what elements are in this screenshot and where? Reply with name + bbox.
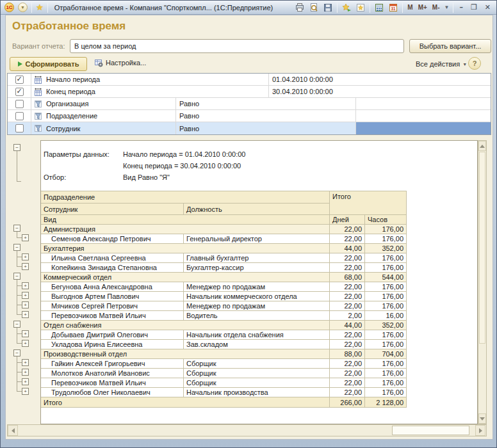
main-menu-button[interactable]: ▼ [18,3,28,12]
expand-button[interactable]: + [22,369,29,376]
employee-name: Молотков Анатолий Ивановис [41,369,184,378]
filter-value[interactable] [356,110,491,122]
filter-name: Начало периода [46,76,100,83]
expand-button[interactable]: + [22,330,29,337]
toolbar-more-icon[interactable]: ▼ [444,4,449,10]
collapse-button[interactable]: − [13,144,20,151]
print-preview-icon[interactable] [309,3,319,13]
1c-logo-icon[interactable]: 1С [4,3,14,12]
generate-button[interactable]: Сформировать [10,57,87,71]
checkbox[interactable] [15,88,24,96]
hours-value: 176,00 [365,378,407,388]
filter-row-period-start[interactable]: Начало периода 01.04.2010 0:00:00 [8,74,491,86]
app-window: 1С ▼ ★ Отработанное время - Компания "Сп… [0,0,497,448]
expand-button[interactable]: + [22,292,29,299]
collapse-button[interactable]: − [13,321,20,328]
filter-condition[interactable]: Равно [176,122,356,134]
hours-value: 176,00 [365,359,407,369]
days-value: 2,00 [330,311,365,321]
memory-recall-button[interactable]: M [407,4,413,11]
days-value: 22,00 [330,282,365,292]
calendar-icon[interactable]: 31 [388,3,398,13]
col-header-kind: Вид [41,215,330,225]
add-favorite-icon[interactable] [341,3,352,13]
expand-button[interactable]: + [22,378,29,385]
filter-value[interactable]: 01.04.2010 0:00:00 [269,74,491,85]
variant-input[interactable] [70,39,404,53]
report-content: Параметры данных: Начало периода = 01.04… [40,140,478,424]
tree-line [17,151,17,181]
filter-condition[interactable]: Равно [176,110,356,122]
collapse-button[interactable]: − [13,244,20,251]
report-employee-row: Молотков Анатолий ИвановисСборщик22,0017… [41,369,407,378]
filter-row-department[interactable]: Подразделение Равно [8,110,491,122]
checkbox[interactable] [15,112,24,120]
horizontal-scrollbar[interactable] [7,424,487,436]
hours-value: 176,00 [365,388,407,397]
expand-button[interactable]: + [22,301,29,308]
vertical-scrollbar[interactable] [478,140,487,424]
calculator-icon[interactable] [374,3,384,13]
save-icon[interactable] [323,3,333,13]
close-button[interactable]: ✕ [483,3,493,13]
filter-value-focused[interactable] [356,122,491,134]
expand-button[interactable]: + [22,253,29,260]
checkbox[interactable] [15,76,24,84]
separator [31,3,32,13]
memory-subtract-button[interactable]: M- [432,4,441,11]
favorites-star-icon[interactable]: ★ [36,3,44,12]
selection-label: Отбор: [44,173,123,181]
expand-button[interactable]: + [22,388,29,395]
memory-add-button[interactable]: M+ [418,4,428,11]
scroll-up-button[interactable] [478,141,486,151]
horizontal-scroll-thumb[interactable] [392,426,469,435]
minimize-button[interactable]: – [457,3,465,13]
params-line1: Начало периода = 01.04.2010 0:00:00 [123,150,245,158]
employee-position: Сборщик [184,369,330,378]
expand-button[interactable]: + [22,282,29,289]
checkbox-cell[interactable] [8,98,31,109]
filter-row-organization[interactable]: Организация Равно [8,98,491,110]
svg-text:31: 31 [391,6,396,11]
scroll-left-button[interactable] [8,425,18,436]
maximize-button[interactable]: ❒ [469,3,479,13]
checkbox-cell[interactable] [8,110,31,122]
days-value: 22,00 [330,330,365,340]
separator [453,3,453,13]
expand-button[interactable]: + [22,234,29,241]
days-value: 22,00 [330,234,365,244]
expand-button[interactable]: + [22,311,29,318]
collapse-button[interactable]: − [13,349,20,356]
checkbox[interactable] [15,124,24,132]
expand-button[interactable]: + [22,340,29,347]
favorites-panel-icon[interactable] [355,3,366,13]
collapse-button[interactable]: − [13,273,20,280]
expand-button[interactable]: + [22,263,29,270]
all-actions-label: Все действия [416,60,460,68]
filter-row-period-end[interactable]: Конец периода 30.04.2010 0:00:00 [8,86,491,98]
checkbox-cell[interactable] [8,74,31,85]
all-actions-button[interactable]: Все действия ▼ [416,60,467,68]
employee-name: Мячиков Сергей Петрович [41,301,184,311]
scroll-down-button[interactable] [478,413,486,424]
employee-position: Генеральный директор [184,234,330,244]
scroll-right-button[interactable] [475,425,485,436]
choose-variant-button[interactable]: Выбрать вариант... [409,39,491,53]
employee-position: Начальник отдела снабжения [184,330,330,340]
filter-value[interactable] [356,98,491,109]
filter-value[interactable]: 30.04.2010 0:00:00 [269,86,491,97]
tree-line [17,333,22,334]
filter-condition[interactable]: Равно [176,98,356,109]
vertical-scroll-thumb[interactable] [479,152,485,344]
arrow-right-icon [479,428,482,433]
checkbox-cell[interactable] [8,86,31,97]
checkbox[interactable] [15,100,24,108]
help-button[interactable]: ? [468,57,481,70]
settings-button[interactable]: Настройка... [94,58,146,67]
collapse-button[interactable]: − [13,225,20,232]
print-icon[interactable] [295,3,305,13]
filter-row-employee[interactable]: Сотрудник Равно [8,122,491,134]
expand-button[interactable]: + [22,359,29,366]
checkbox-cell[interactable] [8,122,31,134]
report-employee-row: Трудолюбов Олег НиколаевичНачальник прои… [41,388,407,397]
